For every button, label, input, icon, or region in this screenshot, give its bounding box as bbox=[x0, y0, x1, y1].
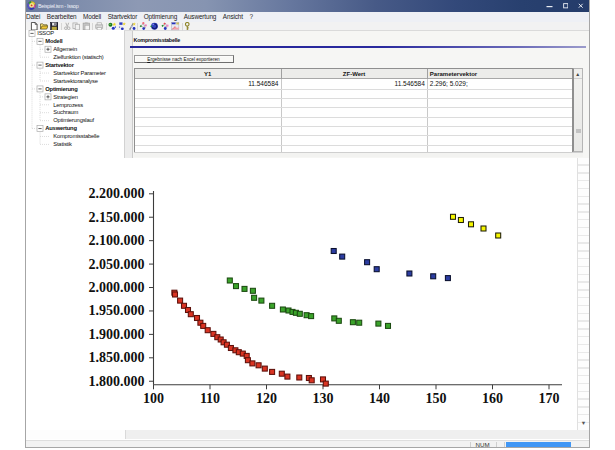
datapoint-series-green[interactable] bbox=[357, 320, 362, 325]
datapoint-series-red[interactable] bbox=[262, 366, 267, 371]
datapoint-series-green[interactable] bbox=[309, 314, 314, 319]
datapoint-series-blue[interactable] bbox=[431, 274, 436, 279]
x-tick-label: 110 bbox=[200, 391, 220, 406]
datapoint-series-red[interactable] bbox=[178, 298, 183, 303]
datapoint-series-green[interactable] bbox=[376, 321, 381, 326]
datapoint-series-green[interactable] bbox=[252, 295, 257, 300]
datapoint-series-green[interactable] bbox=[386, 323, 391, 328]
x-tick-label: 140 bbox=[369, 391, 390, 406]
datapoint-series-green[interactable] bbox=[242, 286, 247, 291]
datapoint-series-green[interactable] bbox=[227, 278, 232, 283]
datapoint-series-blue[interactable] bbox=[374, 267, 379, 272]
datapoint-series-green[interactable] bbox=[350, 320, 355, 325]
x-tick-label: 160 bbox=[482, 391, 503, 406]
y-tick-label: 1.850.000 bbox=[89, 350, 145, 365]
datapoint-series-red[interactable] bbox=[309, 378, 314, 383]
datapoint-series-red[interactable] bbox=[285, 374, 290, 379]
datapoint-series-green[interactable] bbox=[336, 318, 341, 323]
datapoint-series-red[interactable] bbox=[279, 371, 284, 376]
x-tick-label: 100 bbox=[143, 391, 164, 406]
x-tick-label: 150 bbox=[426, 391, 447, 406]
y-tick-label: 1.900.000 bbox=[89, 327, 145, 342]
datapoint-series-blue[interactable] bbox=[340, 254, 345, 259]
x-tick-label: 130 bbox=[313, 391, 334, 406]
x-tick-label: 170 bbox=[539, 391, 560, 406]
datapoint-series-green[interactable] bbox=[259, 298, 264, 303]
y-tick-label: 2.150.000 bbox=[89, 210, 145, 225]
datapoint-series-green[interactable] bbox=[250, 288, 255, 293]
datapoint-series-green[interactable] bbox=[234, 284, 239, 289]
datapoint-series-red[interactable] bbox=[256, 363, 261, 368]
y-tick-label: 2.000.000 bbox=[89, 280, 145, 295]
datapoint-series-blue[interactable] bbox=[407, 271, 412, 276]
datapoint-series-red[interactable] bbox=[250, 361, 255, 366]
y-tick-label: 2.200.000 bbox=[89, 186, 145, 201]
pareto-scatter-chart: 2.200.0002.150.0002.100.0002.050.0002.00… bbox=[0, 0, 615, 450]
y-tick-label: 1.800.000 bbox=[89, 374, 145, 389]
y-tick-label: 2.050.000 bbox=[89, 257, 145, 272]
datapoint-series-green[interactable] bbox=[280, 307, 285, 312]
datapoint-series-green[interactable] bbox=[297, 311, 302, 316]
datapoint-series-red[interactable] bbox=[188, 312, 193, 317]
datapoint-series-blue[interactable] bbox=[331, 249, 336, 254]
datapoint-series-red[interactable] bbox=[205, 328, 210, 333]
datapoint-series-yellow[interactable] bbox=[469, 222, 474, 227]
datapoint-series-yellow[interactable] bbox=[451, 214, 456, 219]
datapoint-series-green[interactable] bbox=[270, 303, 275, 308]
datapoint-series-red[interactable] bbox=[270, 369, 275, 374]
x-tick-label: 120 bbox=[256, 391, 277, 406]
y-tick-label: 1.950.000 bbox=[89, 303, 145, 318]
datapoint-series-yellow[interactable] bbox=[481, 226, 486, 231]
y-tick-label: 2.100.000 bbox=[89, 233, 145, 248]
datapoint-series-blue[interactable] bbox=[365, 260, 370, 265]
datapoint-series-yellow[interactable] bbox=[496, 233, 501, 238]
datapoint-series-yellow[interactable] bbox=[458, 218, 463, 223]
screenshot-root: Beispiel.ism - Issop DateiBearbeitenMode… bbox=[0, 0, 615, 450]
datapoint-series-red[interactable] bbox=[297, 375, 302, 380]
datapoint-series-red[interactable] bbox=[323, 381, 328, 386]
datapoint-series-blue[interactable] bbox=[445, 276, 450, 281]
datapoint-series-red[interactable] bbox=[173, 292, 178, 297]
